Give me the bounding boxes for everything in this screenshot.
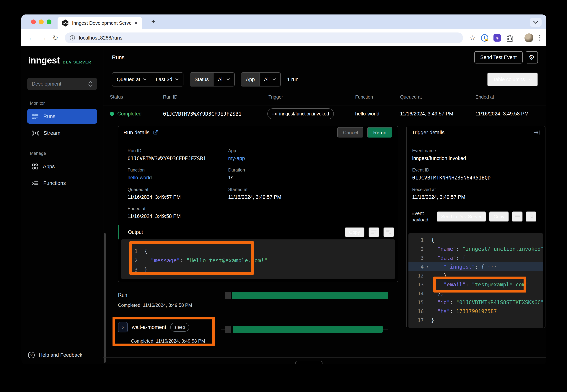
sidebar-item-runs[interactable]: Runs: [27, 109, 97, 124]
word-wrap-button[interactable]: [369, 227, 379, 237]
expand-all-button[interactable]: [383, 227, 394, 237]
site-info-icon[interactable]: [70, 35, 75, 41]
step-duration-bar: [233, 326, 383, 333]
purple-extension-icon[interactable]: ◈: [494, 34, 501, 42]
function-link[interactable]: hello-world: [128, 175, 152, 181]
pagination-button-partial[interactable]: [295, 361, 323, 364]
sidebar-item-apps[interactable]: Apps: [27, 159, 97, 174]
code-text: }: [144, 266, 147, 273]
trigger-event-pill[interactable]: «● inngest/function.invoked: [267, 108, 334, 119]
col-trigger: Trigger: [269, 94, 283, 100]
copy-output-button[interactable]: Copy: [345, 227, 364, 237]
output-code: 1{2 "message": "Hello test@example.com!"…: [121, 239, 395, 279]
received-at-value: 11/16/2024, 3:49:57 PM: [412, 194, 465, 200]
ended-at-cell: 11/16/2024, 3:49:58 PM: [475, 105, 529, 122]
help-label: Help and Feedback: [39, 352, 82, 358]
reload-button[interactable]: ↻: [53, 34, 58, 42]
app-link[interactable]: my-app: [228, 155, 245, 161]
settings-gear-button[interactable]: ⚙: [525, 51, 538, 63]
maximize-window-button[interactable]: [47, 19, 51, 24]
expand-all-button[interactable]: [525, 211, 536, 222]
field-label: Function: [128, 168, 152, 173]
chevron-down-icon: [227, 78, 230, 81]
cancel-button[interactable]: Cancel: [337, 127, 364, 138]
run-table-row[interactable]: Completed 01JCVBTMV3WXY9D3CFDEJFZSB1 «● …: [103, 105, 546, 122]
copy-payload-button[interactable]: Copy: [489, 211, 509, 222]
queued-at-filter[interactable]: Queued at: [112, 73, 151, 86]
close-window-button[interactable]: [31, 19, 36, 24]
help-and-feedback[interactable]: ? Help and Feedback: [28, 352, 82, 358]
send-to-dev-server-button[interactable]: Send to Dev Server: [437, 211, 486, 222]
code-line: 1{: [409, 236, 543, 244]
sidebar-item-label: Functions: [43, 180, 66, 186]
sidebar-item-stream[interactable]: Stream: [27, 126, 97, 140]
chevron-down-icon: [529, 78, 532, 81]
code-line: 12 },: [409, 271, 543, 280]
sidebar: inngest DEV SERVER Development Monitor R…: [21, 46, 103, 364]
sidebar-section-manage: Manage: [30, 151, 97, 156]
step-row: › wait-a-moment sleep: [118, 322, 189, 332]
function-cell: hello-world: [355, 105, 380, 122]
inngest-logo: inngest: [28, 55, 60, 66]
inngest-favicon-icon: [62, 19, 69, 27]
event-name-value: inngest/function.invoked: [412, 155, 466, 161]
password-manager-extension-icon[interactable]: 🔒: [481, 34, 488, 42]
col-status: Status: [110, 94, 123, 100]
sidebar-item-functions[interactable]: Functions: [27, 176, 97, 190]
minimize-window-button[interactable]: [39, 19, 44, 24]
expand-lines-icon: [386, 230, 392, 235]
code-text: }: [431, 317, 434, 323]
field-label: Run ID: [128, 148, 206, 153]
queued-at-cell: 11/16/2024, 3:49:57 PM: [400, 105, 453, 122]
run-id-value: 01JCVBTMV3WXY9D3CFDEJFZSB1: [128, 155, 206, 161]
event-payload-header: Event payload Send to Dev Server Copy: [411, 210, 542, 223]
table-columns-button[interactable]: Table columns: [487, 72, 538, 86]
line-number: 2: [121, 258, 138, 263]
tab-search-button[interactable]: [530, 18, 541, 27]
time-range-filter[interactable]: Last 3d: [151, 73, 183, 86]
code-text: "id": "01JCVBTMTKR41S8STTKEXSKX6C",: [431, 299, 543, 306]
table-columns-label: Table columns: [493, 77, 525, 83]
environment-selector[interactable]: Development: [27, 78, 97, 90]
main-content: Runs Send Test Event ⚙ Queued at Last 3d: [103, 46, 546, 364]
profile-avatar[interactable]: [524, 33, 533, 42]
new-tab-button[interactable]: +: [151, 17, 156, 26]
step-bar-connector: [383, 329, 388, 329]
bookmark-star-icon[interactable]: ☆: [470, 34, 476, 42]
app-filter-label: App: [241, 73, 259, 86]
rerun-button[interactable]: Rerun: [367, 127, 392, 138]
extensions-puzzle-icon[interactable]: [506, 34, 513, 42]
address-bar[interactable]: localhost:8288/runs: [65, 32, 463, 43]
code-line: 4› "_inngest": { ···: [409, 262, 543, 271]
line-number: 3: [409, 255, 424, 261]
forward-button[interactable]: →: [40, 34, 47, 42]
code-line: 13 "email": "test@example.com": [409, 280, 543, 289]
run-queue-bar: [225, 292, 231, 299]
expand-step-button[interactable]: ›: [118, 322, 128, 332]
send-test-event-button[interactable]: Send Test Event: [474, 51, 523, 63]
chevron-down-icon: [175, 78, 179, 81]
line-number: 1: [121, 248, 138, 254]
close-tab-icon[interactable]: ×: [134, 20, 138, 26]
status-filter-value[interactable]: All: [213, 73, 234, 86]
external-link-icon[interactable]: [153, 130, 158, 135]
word-wrap-button[interactable]: [512, 211, 523, 222]
browser-menu-icon[interactable]: [539, 35, 540, 41]
collapse-panel-icon[interactable]: [534, 130, 540, 135]
field-label: Received at: [412, 187, 465, 192]
back-button[interactable]: ←: [28, 34, 35, 42]
sidebar-item-label: Runs: [43, 113, 55, 119]
run-duration-bar: [232, 292, 388, 299]
code-text: {: [431, 237, 434, 243]
apps-grid-icon: [32, 164, 38, 169]
browser-tab[interactable]: Inngest Development Server ×: [57, 17, 142, 29]
collapse-toggle-icon[interactable]: ›: [424, 264, 431, 269]
time-range-value: Last 3d: [156, 77, 172, 83]
field-label: Ended at: [128, 206, 181, 211]
step-bar-connector: [221, 329, 225, 329]
step-kind-badge: sleep: [170, 323, 189, 332]
help-question-icon: ?: [28, 352, 35, 358]
code-line: 2 "name": "inngest/function.invoked",: [409, 244, 543, 253]
app-filter-value[interactable]: All: [259, 73, 280, 86]
code-text: {: [144, 248, 147, 254]
